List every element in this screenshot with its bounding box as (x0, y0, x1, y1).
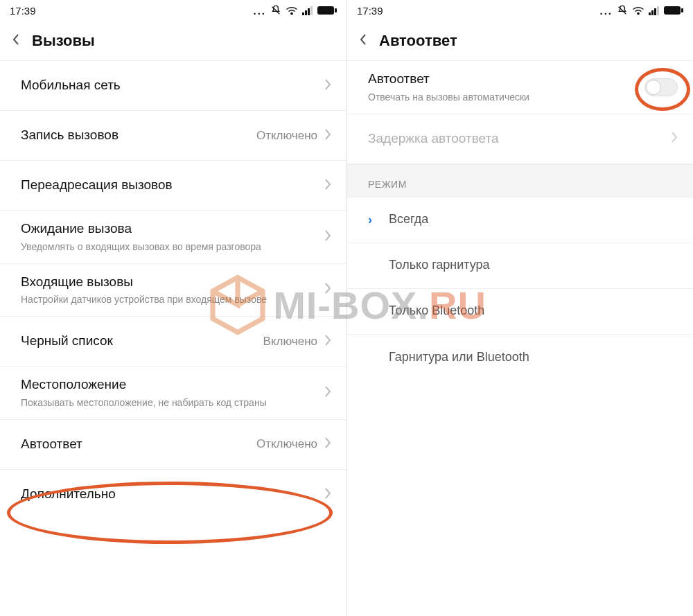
mute-icon (270, 5, 281, 16)
option-label: Гарнитура или Bluetooth (389, 349, 678, 365)
row-sublabel: Отвечать на вызовы автоматически (368, 91, 631, 104)
row-auto-answer[interactable]: Автоответ Отключено (0, 420, 346, 470)
svg-point-1 (291, 12, 292, 14)
row-label: Запись вызовов (21, 127, 256, 144)
row-value: Включено (263, 335, 317, 349)
option-always[interactable]: › Всегда (347, 197, 693, 243)
chevron-right-icon (324, 334, 331, 349)
title-bar: Автоответ (347, 21, 693, 61)
row-advanced[interactable]: Дополнительно (0, 470, 346, 520)
row-incoming-calls[interactable]: Входящие вызовы Настройки датчиков устро… (0, 264, 346, 317)
auto-answer-list: Автоответ Отвечать на вызовы автоматичес… (347, 61, 693, 380)
status-icons: ... (253, 5, 337, 17)
chevron-right-icon (324, 385, 331, 401)
svg-rect-11 (651, 10, 653, 15)
signal-icon (649, 6, 660, 15)
back-button[interactable] (360, 33, 367, 49)
svg-rect-6 (317, 6, 334, 15)
row-mobile-network[interactable]: Мобильная сеть (0, 61, 346, 111)
svg-rect-13 (657, 6, 659, 15)
chevron-right-icon (324, 282, 331, 297)
svg-rect-15 (681, 8, 683, 12)
mute-icon (617, 5, 628, 16)
status-bar: 17:39 ... (0, 0, 346, 21)
chevron-right-icon (324, 487, 331, 502)
title-bar: Вызовы (0, 21, 346, 61)
row-label: Входящие вызовы (21, 274, 324, 291)
screen-calls: 17:39 ... Вызовы Мобильная сеть Запись в… (0, 0, 346, 616)
svg-rect-2 (302, 12, 304, 15)
svg-rect-7 (335, 8, 337, 12)
status-bar: 17:39 ... (347, 0, 693, 21)
battery-icon (317, 6, 337, 15)
option-headset-only[interactable]: › Только гарнитура (347, 243, 693, 289)
status-time: 17:39 (10, 5, 36, 17)
svg-point-9 (638, 12, 639, 14)
screen-auto-answer: 17:39 ... Автоответ Автоответ Отвечать н… (346, 0, 693, 616)
row-label: Дополнительно (21, 486, 324, 503)
row-label: Автоответ (368, 71, 644, 88)
row-value: Отключено (256, 129, 317, 143)
option-label: Только Bluetooth (389, 303, 678, 319)
row-label: Местоположение (21, 376, 324, 394)
chevron-right-icon (671, 131, 678, 146)
row-label: Автоответ (21, 436, 256, 453)
settings-list: Мобильная сеть Запись вызовов Отключено … (0, 61, 346, 520)
option-label: Всегда (389, 211, 678, 227)
option-label: Только гарнитура (389, 257, 678, 273)
wifi-icon (632, 6, 644, 15)
row-sublabel: Уведомлять о входящих вызовах во время р… (21, 240, 284, 254)
chevron-right-icon (324, 78, 331, 94)
svg-rect-3 (305, 10, 307, 15)
svg-rect-12 (654, 8, 656, 15)
svg-rect-4 (308, 8, 310, 15)
row-sublabel: Настройки датчиков устройства при входящ… (21, 293, 284, 306)
chevron-right-icon (324, 178, 331, 193)
wifi-icon (286, 6, 298, 15)
row-label: Мобильная сеть (21, 77, 324, 94)
page-title: Вызовы (32, 32, 95, 50)
status-icons: ... (599, 5, 683, 17)
chevron-right-icon (324, 437, 331, 452)
row-location[interactable]: Местоположение Показывать местоположение… (0, 367, 346, 420)
row-label: Ожидание вызова (21, 220, 324, 238)
option-bluetooth-only[interactable]: › Только Bluetooth (347, 289, 693, 335)
row-call-forwarding[interactable]: Переадресация вызовов (0, 161, 346, 211)
more-dots-icon: ... (253, 5, 266, 17)
row-label: Черный список (21, 333, 263, 350)
signal-icon (302, 6, 313, 15)
more-dots-icon: ... (599, 5, 613, 17)
row-value: Отключено (256, 437, 317, 451)
row-sublabel: Показывать местоположение, не набирать к… (21, 396, 284, 410)
row-call-recording[interactable]: Запись вызовов Отключено (0, 111, 346, 161)
battery-icon (664, 6, 683, 15)
svg-rect-14 (664, 6, 681, 15)
row-blacklist[interactable]: Черный список Включено (0, 317, 346, 367)
chevron-right-icon (324, 229, 331, 245)
section-header-mode: РЕЖИМ (347, 164, 693, 197)
status-time: 17:39 (357, 5, 383, 17)
row-answer-delay[interactable]: Задержка автоответа (347, 114, 693, 164)
row-label: Задержка автоответа (368, 130, 671, 148)
page-title: Автоответ (379, 32, 457, 50)
option-headset-or-bluetooth[interactable]: › Гарнитура или Bluetooth (347, 335, 693, 380)
row-auto-answer-toggle[interactable]: Автоответ Отвечать на вызовы автоматичес… (347, 61, 693, 114)
back-button[interactable] (12, 33, 19, 49)
auto-answer-toggle[interactable] (644, 78, 678, 96)
svg-rect-10 (649, 12, 651, 15)
check-icon: › (368, 213, 379, 227)
row-call-waiting[interactable]: Ожидание вызова Уведомлять о входящих вы… (0, 211, 346, 264)
row-label: Переадресация вызовов (21, 177, 324, 194)
svg-rect-5 (310, 6, 313, 15)
chevron-right-icon (324, 128, 331, 143)
